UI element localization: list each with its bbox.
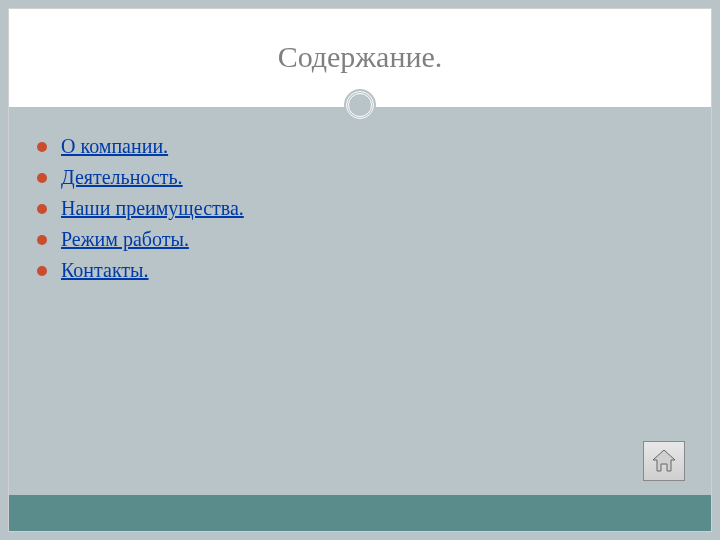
home-button[interactable] bbox=[643, 441, 685, 481]
toc-link-advantages[interactable]: Наши преимущества. bbox=[61, 197, 244, 220]
toc-item: Контакты. bbox=[37, 259, 701, 282]
bullet-icon bbox=[37, 204, 47, 214]
svg-marker-0 bbox=[653, 450, 675, 471]
toc-item: Деятельность. bbox=[37, 166, 701, 189]
circle-ornament bbox=[346, 91, 374, 119]
bullet-icon bbox=[37, 142, 47, 152]
toc-item: О компании. bbox=[37, 135, 701, 158]
toc-item: Наши преимущества. bbox=[37, 197, 701, 220]
page-title: Содержание. bbox=[278, 40, 443, 74]
footer-bar bbox=[9, 495, 711, 531]
content-body: О компании. Деятельность. Наши преимущес… bbox=[9, 105, 711, 495]
bullet-icon bbox=[37, 173, 47, 183]
toc-link-schedule[interactable]: Режим работы. bbox=[61, 228, 189, 251]
toc-item: Режим работы. bbox=[37, 228, 701, 251]
bullet-icon bbox=[37, 266, 47, 276]
toc-link-about[interactable]: О компании. bbox=[61, 135, 168, 158]
toc-link-activity[interactable]: Деятельность. bbox=[61, 166, 183, 189]
bullet-icon bbox=[37, 235, 47, 245]
toc-link-contacts[interactable]: Контакты. bbox=[61, 259, 149, 282]
table-of-contents: О компании. Деятельность. Наши преимущес… bbox=[37, 135, 701, 282]
home-icon bbox=[650, 448, 678, 474]
slide: Содержание. О компании. Деятельность. На… bbox=[8, 8, 712, 532]
